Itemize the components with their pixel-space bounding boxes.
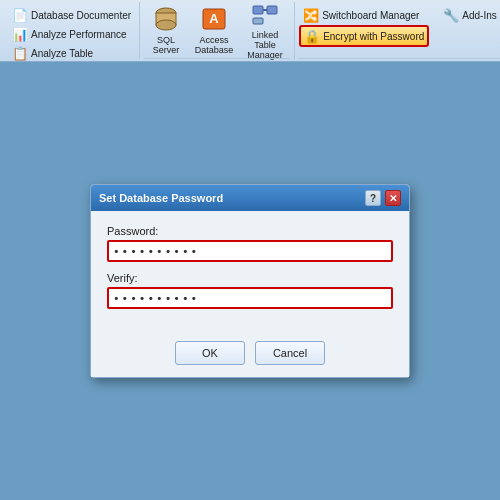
dialog-close-button[interactable]: ✕	[385, 190, 401, 206]
add-ins-label: Add-Ins	[462, 10, 496, 21]
main-content: Set Database Password ? ✕ Password: Veri…	[0, 62, 500, 500]
svg-rect-5	[253, 6, 263, 14]
linked-table-manager-icon	[251, 0, 279, 28]
sql-server-button[interactable]: SQL Server	[144, 4, 188, 56]
encrypt-password-label: Encrypt with Password	[323, 31, 424, 42]
add-ins-button[interactable]: 🔧 Add-Ins	[439, 6, 500, 24]
verify-label: Verify:	[107, 272, 393, 284]
help-icon: ?	[370, 193, 376, 204]
dialog-body: Password: Verify:	[91, 211, 409, 333]
analyze-section-content: 📄 Database Documenter 📊 Analyze Performa…	[8, 4, 135, 64]
password-label: Password:	[107, 225, 393, 237]
svg-point-2	[156, 20, 176, 30]
analyze-performance-icon: 📊	[12, 26, 28, 42]
access-database-label: Access Database	[195, 35, 234, 55]
move-data-section-content: SQL Server A Access Database	[144, 4, 290, 56]
database-tools-col2: 🔧 Add-Ins	[439, 4, 500, 26]
dialog-footer: OK Cancel	[91, 333, 409, 377]
encrypt-with-password-button[interactable]: 🔒 Encrypt with Password	[299, 25, 429, 47]
analyze-table-button[interactable]: 📋 Analyze Table	[8, 44, 135, 62]
analyze-performance-button[interactable]: 📊 Analyze Performance	[8, 25, 135, 43]
cancel-label: Cancel	[273, 347, 307, 359]
verify-field: Verify:	[107, 272, 393, 309]
encrypt-password-icon: 🔒	[304, 28, 320, 44]
analyze-table-icon: 📋	[12, 45, 28, 61]
svg-rect-8	[253, 18, 263, 24]
cancel-button[interactable]: Cancel	[255, 341, 325, 365]
dialog-help-button[interactable]: ?	[365, 190, 381, 206]
password-input[interactable]	[107, 240, 393, 262]
switchboard-manager-icon: 🔀	[303, 7, 319, 23]
analyze-performance-label: Analyze Performance	[31, 29, 127, 40]
ribbon-section-database-tools: 🔀 Switchboard Manager 🔒 Encrypt with Pas…	[295, 2, 500, 59]
svg-rect-6	[267, 6, 277, 14]
sql-server-label: SQL Server	[149, 35, 183, 55]
database-tools-section-content: 🔀 Switchboard Manager 🔒 Encrypt with Pas…	[299, 4, 500, 56]
dialog-title-bar: Set Database Password ? ✕	[91, 185, 409, 211]
password-field: Password:	[107, 225, 393, 262]
access-database-button[interactable]: A Access Database	[192, 4, 236, 56]
analyze-buttons: 📄 Database Documenter 📊 Analyze Performa…	[8, 4, 135, 64]
switchboard-manager-label: Switchboard Manager	[322, 10, 419, 21]
db-documenter-label: Database Documenter	[31, 10, 131, 21]
verify-input[interactable]	[107, 287, 393, 309]
db-documenter-button[interactable]: 📄 Database Documenter	[8, 6, 135, 24]
svg-text:A: A	[209, 11, 219, 26]
ribbon-section-analyze: 📄 Database Documenter 📊 Analyze Performa…	[4, 2, 140, 59]
set-database-password-dialog: Set Database Password ? ✕ Password: Veri…	[90, 184, 410, 378]
analyze-table-label: Analyze Table	[31, 48, 93, 59]
ok-label: OK	[202, 347, 218, 359]
dialog-title-controls: ? ✕	[365, 190, 401, 206]
switchboard-manager-button[interactable]: 🔀 Switchboard Manager	[299, 6, 429, 24]
sql-server-icon	[152, 5, 180, 33]
access-database-icon: A	[200, 5, 228, 33]
dialog-title: Set Database Password	[99, 192, 223, 204]
ok-button[interactable]: OK	[175, 341, 245, 365]
ribbon: 📄 Database Documenter 📊 Analyze Performa…	[0, 0, 500, 62]
linked-table-manager-button[interactable]: Linked Table Manager	[240, 4, 290, 56]
ribbon-section-move-data: SQL Server A Access Database	[140, 2, 295, 59]
database-tools-col1: 🔀 Switchboard Manager 🔒 Encrypt with Pas…	[299, 4, 429, 49]
add-ins-icon: 🔧	[443, 7, 459, 23]
close-icon: ✕	[389, 193, 397, 204]
db-documenter-icon: 📄	[12, 7, 28, 23]
linked-table-manager-label: Linked Table Manager	[245, 30, 285, 60]
